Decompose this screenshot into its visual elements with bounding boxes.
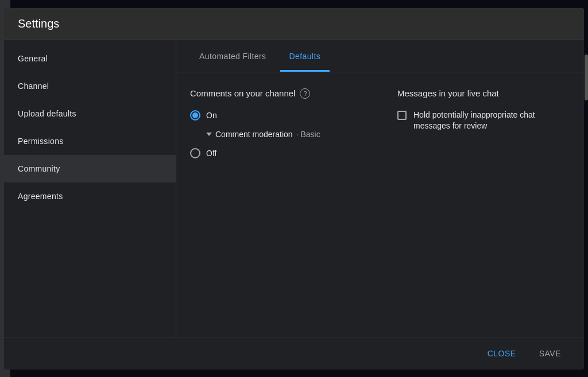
sidebar-item-agreements[interactable]: Agreements xyxy=(4,182,176,210)
save-button[interactable]: SAVE xyxy=(530,344,570,363)
close-button[interactable]: CLOSE xyxy=(478,344,525,363)
checkbox-item-inappropriate[interactable]: Hold potentially inappropriate chat mess… xyxy=(397,110,570,132)
comment-moderation-row[interactable]: Comment moderation · Basic xyxy=(190,130,363,139)
radio-on-label: On xyxy=(206,111,217,120)
radio-item-off[interactable]: Off xyxy=(190,148,363,158)
radio-item-on[interactable]: On xyxy=(190,110,363,121)
scrollbar-thumb[interactable] xyxy=(585,55,588,100)
sidebar-item-general[interactable]: General xyxy=(4,45,176,72)
radio-off-label: Off xyxy=(206,149,216,158)
chevron-down-icon xyxy=(206,133,212,136)
tabs-bar: Automated Filters Defaults xyxy=(176,40,584,72)
checkbox-inappropriate-label: Hold potentially inappropriate chat mess… xyxy=(413,110,570,132)
radio-off-circle xyxy=(190,148,200,158)
moderation-label: Comment moderation xyxy=(215,130,293,139)
help-icon[interactable]: ? xyxy=(300,88,310,99)
sidebar: General Channel Upload defaults Permissi… xyxy=(4,40,176,337)
checkbox-inappropriate[interactable] xyxy=(397,111,407,120)
content-body: Comments on your channel ? On Comment mo… xyxy=(176,72,584,337)
radio-on-circle xyxy=(190,110,200,121)
settings-modal: Settings General Channel Upload defaults… xyxy=(4,8,584,370)
sidebar-item-upload-defaults[interactable]: Upload defaults xyxy=(4,100,176,127)
modal-title: Settings xyxy=(18,17,59,30)
sidebar-item-community[interactable]: Community xyxy=(4,155,176,182)
comments-radio-group: On Comment moderation · Basic Off xyxy=(190,110,363,158)
sidebar-item-permissions[interactable]: Permissions xyxy=(4,127,176,155)
sidebar-item-channel[interactable]: Channel xyxy=(4,72,176,100)
comments-section: Comments on your channel ? On Comment mo… xyxy=(190,88,363,321)
live-chat-section-title: Messages in your live chat xyxy=(397,88,570,98)
tab-defaults[interactable]: Defaults xyxy=(280,40,330,72)
content-area: Automated Filters Defaults Comments on y… xyxy=(176,40,584,337)
tab-automated-filters[interactable]: Automated Filters xyxy=(190,40,276,72)
modal-overlay: Settings General Channel Upload defaults… xyxy=(0,0,588,377)
moderation-badge: · Basic xyxy=(296,130,320,139)
modal-footer: CLOSE SAVE xyxy=(4,337,584,370)
modal-header: Settings xyxy=(4,8,584,40)
live-chat-section: Messages in your live chat Hold potentia… xyxy=(397,88,570,321)
modal-body: General Channel Upload defaults Permissi… xyxy=(4,40,584,337)
comments-section-title: Comments on your channel ? xyxy=(190,88,363,99)
